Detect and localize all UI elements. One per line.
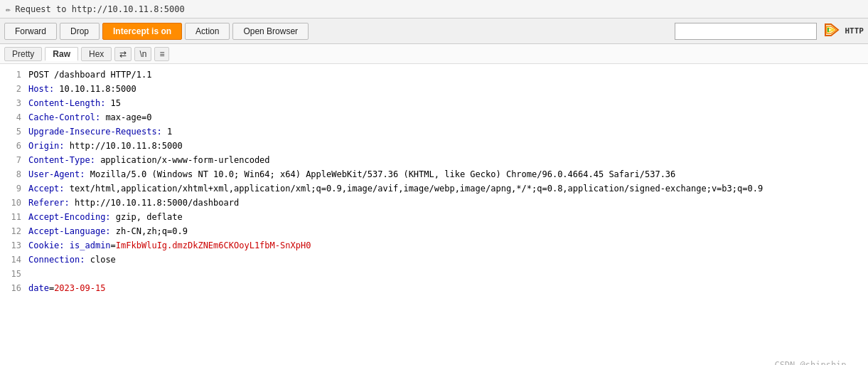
- edit-icon: ✏: [6, 4, 11, 14]
- line-number: 15: [6, 268, 21, 282]
- tab-raw[interactable]: Raw: [45, 47, 78, 61]
- line-number: 9: [6, 182, 21, 196]
- table-row: 10Referer: http://10.10.11.8:5000/dashbo…: [6, 196, 862, 211]
- table-row: 6Origin: http://10.10.11.8:5000: [6, 139, 862, 154]
- watermark: CSDN @shipship--: [774, 360, 857, 365]
- line-content: Accept-Encoding: gzip, deflate: [28, 211, 183, 225]
- table-row: 1POST /dashboard HTTP/1.1: [6, 68, 862, 83]
- line-number: 2: [6, 83, 21, 97]
- line-number: 5: [6, 125, 21, 139]
- tab-icon-swap[interactable]: ⇄: [114, 47, 132, 61]
- line-number: 7: [6, 154, 21, 168]
- burp-logo-icon: [824, 23, 840, 40]
- line-content: Content-Length: 15: [28, 97, 121, 111]
- tab-hex[interactable]: Hex: [81, 47, 112, 61]
- title-bar: ✏ Request to http://10.10.11.8:5000: [0, 0, 868, 18]
- open-browser-button[interactable]: Open Browser: [232, 23, 309, 40]
- line-content: Referer: http://10.10.11.8:5000/dashboar…: [28, 196, 239, 211]
- newline-icon: \n: [139, 49, 146, 59]
- line-number: 1: [6, 68, 21, 83]
- http-badge: HTTP: [845, 26, 864, 36]
- line-content: Accept: text/html,application/xhtml+xml,…: [28, 182, 763, 196]
- tab-bar: Pretty Raw Hex ⇄ \n ≡: [0, 44, 868, 64]
- line-content: Accept-Language: zh-CN,zh;q=0.9: [28, 225, 188, 239]
- table-row: 11Accept-Encoding: gzip, deflate: [6, 211, 862, 225]
- line-content: Connection: close: [28, 253, 116, 268]
- line-number: 13: [6, 239, 21, 253]
- line-number: 12: [6, 225, 21, 239]
- forward-button[interactable]: Forward: [4, 23, 57, 40]
- table-row: 5Upgrade-Insecure-Requests: 1: [6, 125, 862, 139]
- swap-icon: ⇄: [119, 49, 127, 59]
- menu-icon: ≡: [159, 49, 164, 59]
- table-row: 7Content-Type: application/x-www-form-ur…: [6, 154, 862, 168]
- line-content: date=2023-09-15: [28, 282, 105, 296]
- line-content: User-Agent: Mozilla/5.0 (Windows NT 10.0…: [28, 168, 675, 182]
- request-content: 1POST /dashboard HTTP/1.12Host: 10.10.11…: [0, 64, 868, 365]
- line-number: 8: [6, 168, 21, 182]
- toolbar: Forward Drop Intercept is on Action Open…: [0, 18, 868, 44]
- tab-icon-menu[interactable]: ≡: [154, 47, 169, 61]
- table-row: 14Connection: close: [6, 253, 862, 268]
- line-number: 6: [6, 139, 21, 154]
- line-number: 3: [6, 97, 21, 111]
- table-row: 13Cookie: is_admin=ImFkbWluIg.dmzDkZNEm6…: [6, 239, 862, 253]
- line-content: POST /dashboard HTTP/1.1: [28, 68, 151, 83]
- line-content: Origin: http://10.10.11.8:5000: [28, 139, 183, 154]
- line-content: Content-Type: application/x-www-form-url…: [28, 154, 270, 168]
- title-bar-text: Request to http://10.10.11.8:5000: [15, 4, 184, 14]
- table-row: 16date=2023-09-15: [6, 282, 862, 296]
- line-number: 10: [6, 196, 21, 211]
- tab-icon-newline[interactable]: \n: [134, 47, 151, 61]
- table-row: 2Host: 10.10.11.8:5000: [6, 83, 862, 97]
- intercept-button[interactable]: Intercept is on: [102, 23, 182, 40]
- line-content: Cache-Control: max-age=0: [28, 111, 151, 125]
- table-row: 9Accept: text/html,application/xhtml+xml…: [6, 182, 862, 196]
- line-content: Host: 10.10.11.8:5000: [28, 83, 136, 97]
- line-number: 11: [6, 211, 21, 225]
- drop-button[interactable]: Drop: [60, 23, 100, 40]
- action-button[interactable]: Action: [185, 23, 230, 40]
- table-row: 3Content-Length: 15: [6, 97, 862, 111]
- search-input[interactable]: [675, 23, 817, 40]
- table-row: 12Accept-Language: zh-CN,zh;q=0.9: [6, 225, 862, 239]
- line-number: 4: [6, 111, 21, 125]
- table-row: 8User-Agent: Mozilla/5.0 (Windows NT 10.…: [6, 168, 862, 182]
- tab-pretty[interactable]: Pretty: [4, 47, 42, 61]
- table-row: 15: [6, 268, 862, 282]
- line-number: 14: [6, 253, 21, 268]
- line-number: 16: [6, 282, 21, 296]
- line-content: Upgrade-Insecure-Requests: 1: [28, 125, 172, 139]
- table-row: 4Cache-Control: max-age=0: [6, 111, 862, 125]
- line-content: Cookie: is_admin=ImFkbWluIg.dmzDkZNEm6CK…: [28, 239, 311, 253]
